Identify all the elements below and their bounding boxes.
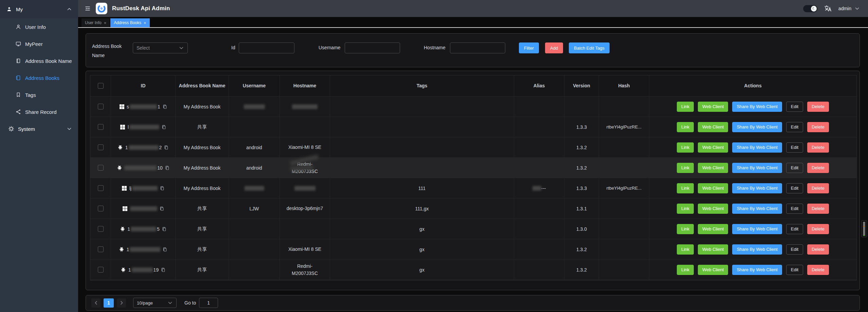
select-all-checkbox[interactable] xyxy=(98,83,104,89)
sidebar-item-address-books[interactable]: Address Books xyxy=(0,69,78,86)
web-client-button[interactable]: Web Client xyxy=(698,183,728,193)
edit-button[interactable]: Edit xyxy=(786,163,803,173)
delete-button[interactable]: Delete xyxy=(807,142,829,153)
row-checkbox[interactable] xyxy=(98,226,104,232)
edit-button[interactable]: Edit xyxy=(786,224,803,234)
prev-page-button[interactable] xyxy=(91,298,101,308)
delete-button[interactable]: Delete xyxy=(807,122,829,132)
edit-button[interactable]: Edit xyxy=(786,122,803,132)
share-by-web-client-button[interactable]: Share By Web Client xyxy=(732,142,782,153)
edit-button[interactable]: Edit xyxy=(786,183,803,193)
link-button[interactable]: Link xyxy=(677,142,694,153)
monitor-icon xyxy=(15,41,21,47)
sidebar-item-tags[interactable]: Tags xyxy=(0,86,78,103)
share-by-web-client-button[interactable]: Share By Web Client xyxy=(732,102,782,112)
share-by-web-client-button[interactable]: Share By Web Client xyxy=(732,204,782,214)
row-checkbox[interactable] xyxy=(98,104,104,109)
goto-page-input[interactable] xyxy=(199,298,218,308)
sidebar-item-mypeer[interactable]: MyPeer xyxy=(0,35,78,52)
sidebar-item-system[interactable]: System xyxy=(0,120,78,137)
close-icon[interactable]: × xyxy=(104,21,107,25)
web-client-button[interactable]: Web Client xyxy=(698,204,728,214)
page-size-select[interactable]: 10/page xyxy=(133,298,177,308)
row-checkbox[interactable] xyxy=(98,144,104,150)
web-client-button[interactable]: Web Client xyxy=(698,163,728,173)
copy-icon[interactable] xyxy=(162,226,167,232)
link-button[interactable]: Link xyxy=(677,204,694,214)
link-button[interactable]: Link xyxy=(677,122,694,132)
delete-button[interactable]: Delete xyxy=(807,183,829,193)
row-checkbox[interactable] xyxy=(98,165,104,171)
hostname-input[interactable] xyxy=(450,42,505,53)
sidebar-menu: User InfoMyPeerAddress Book NameAddress … xyxy=(0,18,78,120)
copy-icon[interactable] xyxy=(162,247,167,252)
row-checkbox[interactable] xyxy=(98,246,104,252)
row-checkbox[interactable] xyxy=(98,124,104,130)
copy-icon[interactable] xyxy=(164,145,169,150)
edit-button[interactable]: Edit xyxy=(786,204,803,214)
user-menu[interactable]: admin xyxy=(838,6,860,12)
share-by-web-client-button[interactable]: Share By Web Client xyxy=(732,183,782,193)
share-by-web-client-button[interactable]: Share By Web Client xyxy=(732,224,782,234)
sidebar-item-address-book-name[interactable]: Address Book Name xyxy=(0,52,78,69)
copy-icon[interactable] xyxy=(161,124,166,130)
share-by-web-client-button[interactable]: Share By Web Client xyxy=(732,122,782,132)
link-button[interactable]: Link xyxy=(677,244,694,255)
username-input[interactable] xyxy=(345,42,400,53)
sidebar-item-share-record[interactable]: Share Record xyxy=(0,103,78,120)
hostname-cell: Redmi- M2007J3SC xyxy=(280,158,330,178)
row-checkbox[interactable] xyxy=(98,185,104,191)
sidebar-item-user-info[interactable]: User Info xyxy=(0,18,78,35)
share-by-web-client-button[interactable]: Share By Web Client xyxy=(732,265,782,275)
page-number-button[interactable]: 1 xyxy=(104,298,114,308)
row-checkbox[interactable] xyxy=(98,206,104,211)
id-input[interactable] xyxy=(239,42,294,53)
table-body: s1My Address BookLinkWeb ClientShare By … xyxy=(90,97,856,280)
delete-button[interactable]: Delete xyxy=(807,224,829,234)
link-button[interactable]: Link xyxy=(677,183,694,193)
filter-button[interactable]: Filter xyxy=(519,42,539,53)
translate-icon[interactable] xyxy=(824,5,832,12)
theme-toggle[interactable]: ☾ xyxy=(803,5,817,12)
edit-button[interactable]: Edit xyxy=(786,102,803,112)
copy-icon[interactable] xyxy=(162,104,167,109)
link-button[interactable]: Link xyxy=(677,163,694,173)
web-client-button[interactable]: Web Client xyxy=(698,224,728,234)
copy-icon[interactable] xyxy=(165,165,170,171)
tab-user-info[interactable]: User Info× xyxy=(82,18,110,27)
link-button[interactable]: Link xyxy=(677,265,694,275)
copy-icon[interactable] xyxy=(159,206,164,211)
close-icon[interactable]: × xyxy=(144,21,146,25)
web-client-button[interactable]: Web Client xyxy=(698,122,728,132)
edit-button[interactable]: Edit xyxy=(786,142,803,153)
share-by-web-client-button[interactable]: Share By Web Client xyxy=(732,163,782,173)
scroll-indicator[interactable] xyxy=(861,220,867,237)
web-client-button[interactable]: Web Client xyxy=(698,265,728,275)
web-client-button[interactable]: Web Client xyxy=(698,102,728,112)
next-page-button[interactable] xyxy=(117,298,126,308)
add-button[interactable]: Add xyxy=(545,42,563,53)
web-client-button[interactable]: Web Client xyxy=(698,142,728,153)
tab-label: Address Books xyxy=(114,20,141,25)
delete-button[interactable]: Delete xyxy=(807,163,829,173)
actions-cell: LinkWeb ClientShare By Web ClientEditDel… xyxy=(649,239,856,260)
edit-button[interactable]: Edit xyxy=(786,265,803,275)
delete-button[interactable]: Delete xyxy=(807,244,829,255)
copy-icon[interactable] xyxy=(160,186,165,191)
sidebar-group-my[interactable]: My xyxy=(0,0,78,18)
delete-button[interactable]: Delete xyxy=(807,102,829,112)
sidebar-collapse-icon[interactable] xyxy=(84,5,91,12)
share-by-web-client-button[interactable]: Share By Web Client xyxy=(732,244,782,255)
tab-address-books[interactable]: Address Books× xyxy=(110,18,149,27)
column-header-alias: Alias xyxy=(514,75,564,97)
delete-button[interactable]: Delete xyxy=(807,204,829,214)
edit-button[interactable]: Edit xyxy=(786,244,803,255)
web-client-button[interactable]: Web Client xyxy=(698,244,728,255)
delete-button[interactable]: Delete xyxy=(807,265,829,275)
row-checkbox[interactable] xyxy=(98,267,104,273)
batch-edit-tags-button[interactable]: Batch Edit Tags xyxy=(569,42,610,53)
copy-icon[interactable] xyxy=(161,267,166,273)
link-button[interactable]: Link xyxy=(677,224,694,234)
link-button[interactable]: Link xyxy=(677,102,694,112)
address-book-name-select[interactable]: Select xyxy=(133,42,188,53)
